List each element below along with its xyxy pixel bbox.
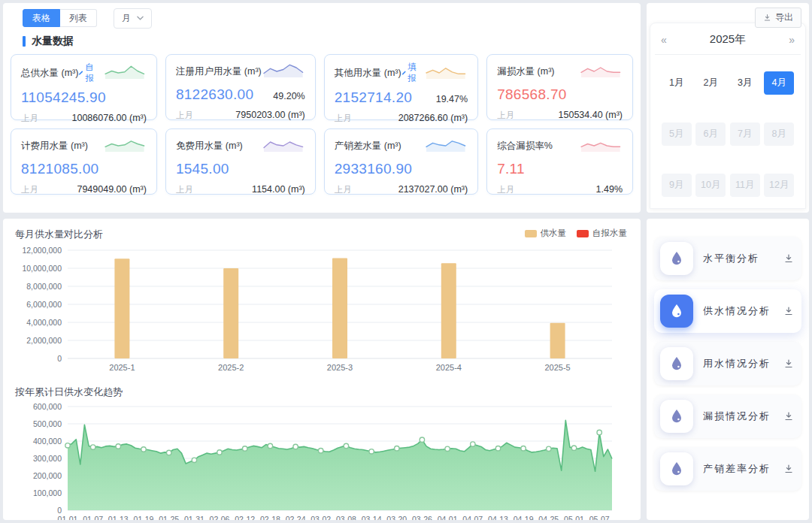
prev-month-value: 2087266.60 (m³) <box>398 113 468 123</box>
month-cell-6月: 6月 <box>695 122 726 146</box>
month-cell-12月: 12月 <box>764 174 794 197</box>
legend-swatch <box>525 230 537 237</box>
drop-icon-square <box>660 452 693 485</box>
download-button[interactable] <box>783 253 794 264</box>
sparkline <box>579 62 623 81</box>
prev-month-label: 上月 <box>497 110 514 121</box>
card-foot: 上月1.49% <box>497 184 623 195</box>
month-cell-2月[interactable]: 2月 <box>695 71 726 95</box>
analysis-item-产销差率分析[interactable]: 产销差率分析 <box>654 447 801 491</box>
water-drop-icon <box>668 408 685 425</box>
svg-text:01-01: 01-01 <box>58 515 78 520</box>
report-link[interactable]: 自报 <box>78 62 98 84</box>
svg-text:2025-5: 2025-5 <box>544 363 570 372</box>
download-icon <box>763 14 771 22</box>
svg-text:2025-4: 2025-4 <box>436 363 462 372</box>
report-link[interactable]: 填报 <box>401 62 420 84</box>
tab-list[interactable]: 列表 <box>60 9 97 27</box>
card-head-right: 填报 <box>401 62 468 84</box>
analysis-label: 产销差率分析 <box>703 462 771 476</box>
sparkline <box>103 136 147 156</box>
value-row: 1545.00 <box>176 161 305 177</box>
section-accent-bar <box>23 36 26 47</box>
svg-text:03-14: 03-14 <box>362 515 382 520</box>
value-row: 7.11 <box>497 161 623 177</box>
svg-text:04-07: 04-07 <box>462 515 483 520</box>
analysis-item-漏损情况分析[interactable]: 漏损情况分析 <box>654 395 801 438</box>
svg-text:04-19: 04-19 <box>514 515 534 520</box>
month-cell-11月: 11月 <box>730 174 760 197</box>
svg-text:2025-1: 2025-1 <box>109 363 135 372</box>
stat-card: 漏损水量 (m³) 786568.70上月150534.40 (m³) <box>486 54 633 120</box>
period-select[interactable]: 月 <box>114 8 152 29</box>
svg-text:01-31: 01-31 <box>184 515 205 520</box>
svg-text:02-06: 02-06 <box>210 515 230 520</box>
month-cell-5月: 5月 <box>662 122 692 146</box>
svg-text:05-01: 05-01 <box>564 515 584 520</box>
card-title: 计费用水量 (m³) <box>21 140 88 153</box>
download-button[interactable] <box>783 306 794 316</box>
svg-text:01-13: 01-13 <box>108 515 129 520</box>
download-button[interactable] <box>783 358 794 369</box>
prev-year-button[interactable]: « <box>659 34 668 46</box>
svg-text:10,000,000: 10,000,000 <box>22 264 62 273</box>
month-cell-7月: 7月 <box>730 122 760 146</box>
month-cell-3月[interactable]: 3月 <box>730 71 760 95</box>
month-cell-1月[interactable]: 1月 <box>662 71 692 95</box>
card-foot: 上月150534.40 (m³) <box>497 110 623 121</box>
bar-chart[interactable]: 02,000,0004,000,0006,000,0008,000,00010,… <box>3 243 641 376</box>
stat-card: 产销差水量 (m³) 2933160.90上月2137027.00 (m³) <box>324 128 478 195</box>
area-chart[interactable]: 0100,000200,000300,000400,000500,000600,… <box>3 401 641 520</box>
svg-text:500,000: 500,000 <box>33 419 62 428</box>
month-cell-8月: 8月 <box>764 122 794 146</box>
download-button[interactable] <box>783 411 794 422</box>
charts-panel: 供水量 自报水量 每月供水量对比分析 02,000,0004,000,0006,… <box>3 219 641 520</box>
card-value: 11054245.90 <box>21 89 106 106</box>
svg-text:600,000: 600,000 <box>33 402 62 411</box>
month-cell-4月[interactable]: 4月 <box>764 71 794 95</box>
card-head-right: 自报 <box>78 62 147 84</box>
page-title: 水量数据 <box>32 35 74 48</box>
card-value: 8121085.00 <box>21 161 98 177</box>
edit-icon <box>401 69 407 77</box>
download-button[interactable] <box>783 464 794 474</box>
card-title: 产销差水量 (m³) <box>335 140 401 153</box>
svg-text:03-08: 03-08 <box>336 515 356 520</box>
stat-card: 免费用水量 (m³) 1545.00上月1154.00 (m³) <box>165 128 316 195</box>
svg-text:4,000,000: 4,000,000 <box>26 318 62 327</box>
card-value: 2933160.90 <box>335 161 412 177</box>
sparkline-icon <box>103 63 147 80</box>
sparkline <box>262 62 305 81</box>
drop-icon-square <box>660 242 693 275</box>
value-row: 11054245.90 <box>21 89 147 106</box>
card-percentage: 49.20% <box>273 91 304 101</box>
svg-text:02-18: 02-18 <box>260 515 280 520</box>
legend-item-供水量[interactable]: 供水量 <box>525 228 567 239</box>
value-row: 2933160.90 <box>335 161 468 177</box>
card-value: 8122630.00 <box>176 86 253 103</box>
card-value: 786568.70 <box>497 86 567 103</box>
prev-month-label: 上月 <box>335 184 352 195</box>
sparkline-icon <box>424 136 468 153</box>
sparkline-icon <box>579 62 623 78</box>
card-head-right <box>262 62 305 81</box>
analysis-item-供水情况分析[interactable]: 供水情况分析 <box>654 289 801 333</box>
legend-item-自报水量[interactable]: 自报水量 <box>577 228 627 239</box>
svg-text:300,000: 300,000 <box>33 454 62 463</box>
svg-text:03-20: 03-20 <box>386 515 407 520</box>
analysis-label: 漏损情况分析 <box>703 410 771 423</box>
stat-card: 注册用户用水量 (m³) 8122630.0049.20%上月7950203.0… <box>165 54 316 120</box>
sparkline-icon <box>262 136 305 153</box>
export-button[interactable]: 导出 <box>755 8 801 28</box>
dashboard: 表格 列表 月 水量数据 总供水量 (m³)自报 11054245.90上月10… <box>0 0 812 523</box>
analysis-item-用水情况分析[interactable]: 用水情况分析 <box>654 342 801 385</box>
download-icon <box>783 358 794 369</box>
analysis-item-水平衡分析[interactable]: 水平衡分析 <box>654 237 801 280</box>
next-year-button[interactable]: » <box>787 34 796 46</box>
value-row: 8122630.0049.20% <box>176 86 305 103</box>
tab-table[interactable]: 表格 <box>23 9 60 27</box>
prev-month-value: 7950203.00 (m³) <box>235 110 304 120</box>
value-row: 8121085.00 <box>21 161 147 177</box>
prev-month-value: 2137027.00 (m³) <box>398 184 468 195</box>
svg-text:03-02: 03-02 <box>311 515 331 520</box>
